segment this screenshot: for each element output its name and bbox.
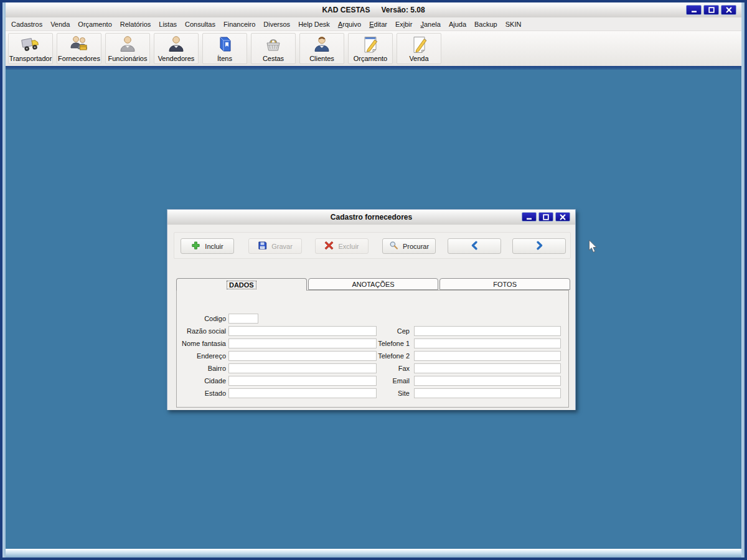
field-cep-input[interactable] — [414, 326, 561, 336]
menu-item-help-desk[interactable]: Help Desk — [298, 21, 330, 28]
toolbar-button-label: Venda — [409, 55, 428, 62]
menu-item-editar[interactable]: Editar — [369, 21, 387, 28]
field-label-telefone-2: Telefone 2 — [369, 352, 410, 360]
field-nome-fantasia-input[interactable] — [228, 338, 377, 348]
form-row-codigo: Codigo — [179, 313, 258, 324]
form-row-telefone-1: Telefone 1 — [369, 338, 561, 348]
field-estado-input[interactable] — [228, 388, 377, 398]
field-razao-social-input[interactable] — [228, 326, 377, 336]
window-right-edge — [741, 2, 745, 558]
gravar-button: Gravar — [248, 238, 302, 254]
toolbar-button-clientes[interactable]: Clientes — [299, 33, 344, 64]
tabstrip: DADOSANOTAÇÕESFOTOS — [176, 278, 570, 291]
menu-item-cadastros[interactable]: Cadastros — [11, 21, 42, 28]
toolbar-button-label: Vendedores — [158, 55, 195, 62]
toolbar-button-vendedores[interactable]: Vendedores — [154, 33, 199, 64]
dialog-cadastro-fornecedores: Cadastro fornecedores IncluirGravarExclu… — [167, 209, 576, 410]
action-button-label: Excluir — [338, 243, 359, 250]
menu-item-financeiro[interactable]: Financeiro — [223, 21, 255, 28]
toolbar-button-orcamento[interactable]: Orçamento — [348, 33, 393, 64]
window-close-button[interactable] — [721, 5, 736, 15]
tab-dados[interactable]: DADOS — [176, 278, 307, 291]
menu-item-skin[interactable]: SKIN — [505, 21, 522, 28]
field-fax-input[interactable] — [414, 363, 561, 373]
toolbar-button-transportador[interactable]: Transportador — [8, 33, 53, 64]
menu-item-exibir[interactable]: Exibir — [395, 21, 413, 28]
app-title: KAD CESTAS — [322, 6, 370, 14]
next-record-button[interactable] — [512, 238, 566, 254]
procurar-button[interactable]: Procurar — [382, 238, 436, 254]
menu-item-arquivo[interactable]: Arquivo — [338, 21, 361, 28]
field-label-cep: Cep — [369, 327, 410, 335]
app-version: Versão: 5.08 — [382, 6, 425, 14]
field-email-input[interactable] — [414, 376, 561, 386]
previous-record-button[interactable] — [448, 238, 501, 254]
chevron-left-icon — [470, 241, 479, 251]
dialog-minimize-button[interactable] — [522, 212, 537, 222]
field-label-cidade: Cidade — [179, 377, 226, 385]
field-label-codigo: Codigo — [179, 315, 226, 322]
menu-item-orcamento[interactable]: Orçamento — [78, 21, 111, 28]
field-label-estado: Estado — [179, 390, 226, 397]
dialog-maximize-button[interactable] — [538, 212, 553, 222]
client-person-icon — [312, 34, 332, 54]
employee-person-icon — [118, 34, 138, 54]
form-row-telefone-2: Telefone 2 — [369, 350, 561, 361]
field-bairro-input[interactable] — [228, 363, 377, 373]
menu-item-consultas[interactable]: Consultas — [185, 21, 215, 28]
form-row-endereco: Endereço — [179, 350, 377, 361]
tab-fotos[interactable]: FOTOS — [439, 278, 570, 290]
menu-item-ajuda[interactable]: Ajuda — [449, 21, 466, 28]
sale-pencil-icon — [409, 34, 429, 54]
incluir-button[interactable]: Incluir — [181, 238, 234, 254]
save-floppy-icon — [258, 241, 267, 251]
budget-document-icon — [360, 34, 380, 54]
field-endereco-input[interactable] — [228, 351, 377, 361]
menu-item-diversos[interactable]: Diversos — [263, 21, 290, 28]
dialog-client-area: IncluirGravarExcluirProcurar DADOSANOTAÇ… — [167, 225, 575, 410]
menu-item-janela[interactable]: Janela — [420, 21, 440, 28]
minimize-icon — [691, 7, 697, 13]
window-minimize-button[interactable] — [686, 5, 702, 15]
tab-label: FOTOS — [493, 281, 517, 288]
toolbar-button-itens[interactable]: Ítens — [202, 33, 247, 64]
dialog-action-panel: IncluirGravarExcluirProcurar — [174, 232, 571, 259]
toolbar-button-fornecedores[interactable]: Fornecedores — [57, 33, 101, 64]
maximize-icon — [708, 7, 715, 13]
maximize-icon — [543, 214, 549, 220]
field-telefone-2-input[interactable] — [414, 351, 561, 361]
close-icon — [560, 214, 566, 220]
toolbar-button-label: Fornecedores — [58, 55, 100, 62]
window-controls — [686, 5, 736, 15]
action-button-label: Gravar — [271, 243, 293, 250]
field-site-input[interactable] — [414, 388, 561, 398]
seller-person-icon — [166, 34, 186, 54]
menu-item-relatorios[interactable]: Relatórios — [120, 21, 151, 28]
field-telefone-1-input[interactable] — [414, 338, 561, 348]
suppliers-people-icon — [69, 34, 89, 54]
toolbar-button-label: Ítens — [217, 55, 232, 62]
basket-icon — [263, 34, 283, 54]
field-label-nome-fantasia: Nome fantasia — [179, 340, 226, 347]
menu-item-listas[interactable]: Listas — [159, 21, 177, 28]
toolbar-button-funcionarios[interactable]: Funcionários — [105, 33, 150, 64]
tab-panel-dados: CodigoRazão socialNome fantasiaEndereçoB… — [176, 290, 569, 408]
menu-item-backup[interactable]: Backup — [474, 21, 497, 28]
delete-x-icon — [324, 241, 334, 251]
action-button-label: Procurar — [403, 243, 429, 250]
plus-icon — [191, 241, 200, 251]
field-codigo-input[interactable] — [228, 314, 258, 324]
field-cidade-input[interactable] — [228, 376, 377, 386]
tab-anotacoes[interactable]: ANOTAÇÕES — [308, 278, 439, 290]
dialog-close-button[interactable] — [555, 212, 570, 222]
close-icon — [726, 7, 732, 13]
excluir-button: Excluir — [315, 238, 369, 254]
toolbar-button-venda[interactable]: Venda — [397, 33, 441, 64]
minimize-icon — [526, 214, 532, 220]
field-label-bairro: Bairro — [179, 365, 226, 372]
field-label-site: Site — [369, 390, 410, 397]
window-maximize-button[interactable] — [703, 5, 719, 15]
application-window: KAD CESTAS Versão: 5.08 CadastrosVendaOr… — [0, 0, 747, 560]
toolbar-button-cestas[interactable]: Cestas — [251, 33, 296, 64]
menu-item-venda[interactable]: Venda — [50, 21, 70, 28]
